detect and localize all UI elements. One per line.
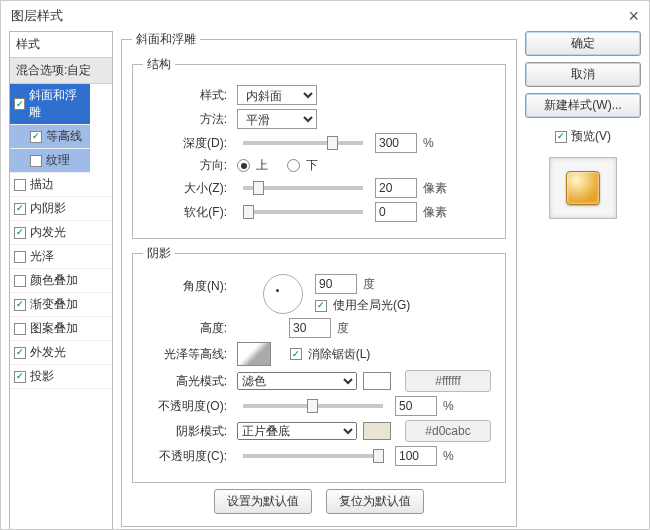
style-item-label: 光泽 <box>30 248 54 265</box>
styles-header: 样式 <box>10 32 112 58</box>
style-checkbox[interactable] <box>14 203 26 215</box>
style-item-9[interactable]: 图案叠加 <box>10 317 112 341</box>
highlight-color-code: #ffffff <box>405 370 491 392</box>
deg-unit: 度 <box>363 276 375 293</box>
style-item-label: 颜色叠加 <box>30 272 78 289</box>
shadow-mode-select[interactable]: 正片叠底 <box>237 422 357 440</box>
shadow-mode-label: 阴影模式: <box>143 423 231 440</box>
antialias-label: 消除锯齿(L) <box>308 346 371 363</box>
method-label: 方法: <box>143 111 231 128</box>
shadow-opacity-input[interactable] <box>395 446 437 466</box>
style-item-label: 纹理 <box>46 152 70 169</box>
new-style-button[interactable]: 新建样式(W)... <box>525 93 641 118</box>
pct-unit: % <box>423 136 434 150</box>
depth-label: 深度(D): <box>143 135 231 152</box>
style-checkbox[interactable] <box>14 275 26 287</box>
style-item-4[interactable]: 内阴影 <box>10 197 112 221</box>
right-panel: 确定 取消 新建样式(W)... 预览(V) <box>525 31 641 530</box>
style-checkbox[interactable] <box>14 323 26 335</box>
style-item-7[interactable]: 颜色叠加 <box>10 269 112 293</box>
highlight-opacity-label: 不透明度(O): <box>143 398 231 415</box>
soften-slider[interactable] <box>243 210 363 214</box>
style-item-label: 等高线 <box>46 128 82 145</box>
global-light-label: 使用全局光(G) <box>333 297 410 314</box>
style-item-2[interactable]: 纹理 <box>10 149 90 173</box>
structure-legend: 结构 <box>143 56 175 73</box>
style-item-label: 图案叠加 <box>30 320 78 337</box>
style-item-label: 渐变叠加 <box>30 296 78 313</box>
style-item-0[interactable]: 斜面和浮雕 <box>10 84 90 125</box>
method-select[interactable]: 平滑 <box>237 109 317 129</box>
altitude-label: 高度: <box>143 320 231 337</box>
gloss-contour-picker[interactable] <box>237 342 271 366</box>
preview-swatch <box>566 171 600 205</box>
style-item-3[interactable]: 描边 <box>10 173 112 197</box>
shading-group: 阴影 角度(N): 度 使用全局光(G) 高度:度 光泽等高线: 消除锯齿(L)… <box>132 245 506 483</box>
preview-checkbox[interactable] <box>555 131 567 143</box>
size-slider[interactable] <box>243 186 363 190</box>
preview-label: 预览(V) <box>571 128 611 145</box>
style-item-label: 外发光 <box>30 344 66 361</box>
highlight-opacity-slider[interactable] <box>243 404 383 408</box>
dialog-title: 图层样式 <box>11 7 63 25</box>
reset-default-button[interactable]: 复位为默认值 <box>326 489 424 514</box>
style-item-5[interactable]: 内发光 <box>10 221 112 245</box>
style-item-8[interactable]: 渐变叠加 <box>10 293 112 317</box>
style-checkbox[interactable] <box>30 131 42 143</box>
style-item-label: 投影 <box>30 368 54 385</box>
cancel-button[interactable]: 取消 <box>525 62 641 87</box>
highlight-mode-select[interactable]: 滤色 <box>237 372 357 390</box>
dir-up-radio[interactable] <box>237 159 250 172</box>
bevel-legend: 斜面和浮雕 <box>132 31 200 48</box>
close-icon[interactable]: × <box>628 6 639 27</box>
style-label: 样式: <box>143 87 231 104</box>
style-checkbox[interactable] <box>14 299 26 311</box>
style-checkbox[interactable] <box>14 371 26 383</box>
shadow-color-code: #d0cabc <box>405 420 491 442</box>
style-item-1[interactable]: 等高线 <box>10 125 90 149</box>
dir-down-label: 下 <box>306 157 318 174</box>
style-item-10[interactable]: 外发光 <box>10 341 112 365</box>
px-unit: 像素 <box>423 180 447 197</box>
style-item-label: 斜面和浮雕 <box>29 87 86 121</box>
style-checkbox[interactable] <box>14 179 26 191</box>
style-checkbox[interactable] <box>14 98 25 110</box>
depth-slider[interactable] <box>243 141 363 145</box>
shadow-opacity-label: 不透明度(C): <box>143 448 231 465</box>
dir-down-radio[interactable] <box>287 159 300 172</box>
angle-wheel[interactable] <box>263 274 303 314</box>
style-checkbox[interactable] <box>14 251 26 263</box>
style-item-11[interactable]: 投影 <box>10 365 112 389</box>
ok-button[interactable]: 确定 <box>525 31 641 56</box>
blend-options[interactable]: 混合选项:自定 <box>10 58 112 84</box>
style-item-label: 描边 <box>30 176 54 193</box>
make-default-button[interactable]: 设置为默认值 <box>214 489 312 514</box>
global-light-checkbox[interactable] <box>315 300 327 312</box>
highlight-opacity-input[interactable] <box>395 396 437 416</box>
shadow-color-swatch[interactable] <box>363 422 391 440</box>
size-label: 大小(Z): <box>143 180 231 197</box>
style-select[interactable]: 内斜面 <box>237 85 317 105</box>
style-item-6[interactable]: 光泽 <box>10 245 112 269</box>
bevel-group: 斜面和浮雕 结构 样式:内斜面 方法:平滑 深度(D):% 方向:上 下 大小(… <box>121 31 517 527</box>
angle-label: 角度(N): <box>143 274 231 295</box>
styles-panel: 样式 混合选项:自定 斜面和浮雕等高线纹理描边内阴影内发光光泽颜色叠加渐变叠加图… <box>9 31 113 530</box>
dir-up-label: 上 <box>256 157 268 174</box>
style-item-label: 内发光 <box>30 224 66 241</box>
antialias-checkbox[interactable] <box>290 348 302 360</box>
style-checkbox[interactable] <box>14 347 26 359</box>
altitude-input[interactable] <box>289 318 331 338</box>
angle-input[interactable] <box>315 274 357 294</box>
direction-label: 方向: <box>143 157 231 174</box>
pct-unit3: % <box>443 449 454 463</box>
pct-unit2: % <box>443 399 454 413</box>
highlight-color-swatch[interactable] <box>363 372 391 390</box>
size-input[interactable] <box>375 178 417 198</box>
depth-input[interactable] <box>375 133 417 153</box>
gloss-contour-label: 光泽等高线: <box>143 346 231 363</box>
shadow-opacity-slider[interactable] <box>243 454 383 458</box>
style-checkbox[interactable] <box>14 227 26 239</box>
soften-input[interactable] <box>375 202 417 222</box>
style-checkbox[interactable] <box>30 155 42 167</box>
shading-legend: 阴影 <box>143 245 175 262</box>
